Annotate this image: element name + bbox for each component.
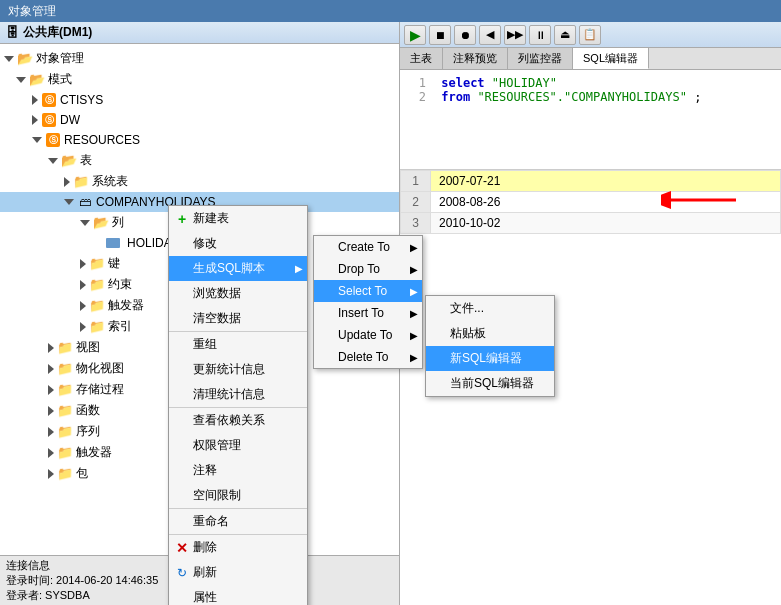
stop-btn[interactable]: ⏹ xyxy=(429,25,451,45)
refresh-icon: ↻ xyxy=(174,565,190,581)
tree-item-table[interactable]: 表 xyxy=(0,150,399,171)
plus-icon: + xyxy=(174,211,190,227)
submenu-arrow-icon: ▶ xyxy=(410,286,418,297)
key-folder-icon xyxy=(89,256,105,272)
table-row: 1 2007-07-21 xyxy=(401,171,781,192)
submenu-arrow-icon: ▶ xyxy=(410,264,418,275)
table-row: 3 2010-10-02 xyxy=(401,213,781,234)
menu-item-rename[interactable]: 重命名 xyxy=(169,509,307,534)
schema-icon-ctisys: Ⓢ xyxy=(41,92,57,108)
menu-item-space-limit[interactable]: 空间限制 xyxy=(169,483,307,508)
index2-folder-icon xyxy=(89,319,105,335)
tab-sql-editor[interactable]: SQL编辑器 xyxy=(573,48,649,69)
schema-icon-resources: Ⓢ xyxy=(45,132,61,148)
sequence-folder-icon xyxy=(57,424,73,440)
sql-line-2: 2 from "RESOURCES"."COMPANYHOLIDAYS" ; xyxy=(406,90,775,104)
menu-item-select-to[interactable]: Select To ▶ xyxy=(314,280,422,302)
menu-item-insert-to[interactable]: Insert To ▶ xyxy=(314,302,422,324)
btn4[interactable]: ◀ xyxy=(479,25,501,45)
menu-item-clear-stats[interactable]: 清理统计信息 xyxy=(169,382,307,407)
menu-item-current-sql-editor[interactable]: 当前SQL编辑器 xyxy=(426,371,554,396)
menu-item-delete-to[interactable]: Delete To ▶ xyxy=(314,346,422,368)
right-toolbar: ▶ ⏹ ⏺ ◀ ▶▶ ⏸ ⏏ 📋 xyxy=(400,22,781,48)
folder-open-icon xyxy=(17,51,33,67)
tree-item-obj-mgmt[interactable]: 对象管理 xyxy=(0,48,399,69)
title-bar: 对象管理 xyxy=(0,0,781,22)
context-menu-select-to: 文件... 粘贴板 新SQL编辑器 当前SQL编辑器 xyxy=(425,295,555,397)
tab-comment[interactable]: 注释预览 xyxy=(443,48,508,69)
menu-item-newtable[interactable]: + 新建表 xyxy=(169,206,307,231)
tab-main[interactable]: 主表 xyxy=(400,48,443,69)
col-folder-icon xyxy=(93,215,109,231)
run-btn[interactable]: ▶ xyxy=(404,25,426,45)
view-folder-icon xyxy=(57,340,73,356)
tree-item-dw[interactable]: Ⓢ DW xyxy=(0,110,399,130)
menu-item-create-to[interactable]: Create To ▶ xyxy=(314,236,422,258)
menu-item-delete[interactable]: ✕ 删除 xyxy=(169,535,307,560)
btn3[interactable]: ⏺ xyxy=(454,25,476,45)
context-menu-main: + 新建表 修改 生成SQL脚本 ▶ 浏览数据 清空数据 重组 更新统计信息 清… xyxy=(168,205,308,605)
menu-item-reorg[interactable]: 重组 xyxy=(169,332,307,357)
results-table: 1 2007-07-21 2 2008-08-26 3 2010-10-02 xyxy=(400,170,781,234)
tree-item-schema[interactable]: 模式 xyxy=(0,69,399,90)
table-icon: 🗃 xyxy=(77,194,93,210)
x-icon: ✕ xyxy=(174,540,190,556)
schema-icon-dw: Ⓢ xyxy=(41,112,57,128)
menu-item-file[interactable]: 文件... xyxy=(426,296,554,321)
menu-item-drop-to[interactable]: Drop To ▶ xyxy=(314,258,422,280)
schema-folder-icon xyxy=(29,72,45,88)
table-row: 2 2008-08-26 xyxy=(401,192,781,213)
left-panel-title: 公共库(DM1) xyxy=(23,24,92,41)
tab-monitor[interactable]: 列监控器 xyxy=(508,48,573,69)
title-text: 对象管理 xyxy=(8,3,56,20)
submenu-arrow-icon: ▶ xyxy=(410,352,418,363)
submenu-arrow-icon: ▶ xyxy=(410,242,418,253)
menu-item-update-stats[interactable]: 更新统计信息 xyxy=(169,357,307,382)
menu-item-clipboard[interactable]: 粘贴板 xyxy=(426,321,554,346)
function-folder-icon xyxy=(57,403,73,419)
db-icon: 🗄 xyxy=(6,25,19,40)
tree-item-systable[interactable]: 系统表 xyxy=(0,171,399,192)
menu-item-perm[interactable]: 权限管理 xyxy=(169,433,307,458)
submenu-arrow-icon: ▶ xyxy=(410,330,418,341)
context-menu-sql: Create To ▶ Drop To ▶ Select To ▶ Insert… xyxy=(313,235,423,369)
table-folder-icon xyxy=(61,153,77,169)
constraint-folder-icon xyxy=(89,277,105,293)
col-icon xyxy=(105,235,121,251)
tree-item-ctisys[interactable]: Ⓢ CTISYS xyxy=(0,90,399,110)
trigger2-folder-icon xyxy=(89,298,105,314)
right-tabs: 主表 注释预览 列监控器 SQL编辑器 xyxy=(400,48,781,70)
menu-item-modify[interactable]: 修改 xyxy=(169,231,307,256)
menu-item-refresh[interactable]: ↻ 刷新 xyxy=(169,560,307,585)
sql-line-1: 1 select "HOLIDAY" xyxy=(406,76,775,90)
btn5[interactable]: ▶▶ xyxy=(504,25,526,45)
submenu-arrow-icon: ▶ xyxy=(410,308,418,319)
menu-item-generate-sql[interactable]: 生成SQL脚本 ▶ xyxy=(169,256,307,281)
systable-folder-icon xyxy=(73,174,89,190)
package-folder-icon xyxy=(57,466,73,482)
btn8[interactable]: 📋 xyxy=(579,25,601,45)
sql-editor[interactable]: 1 select "HOLIDAY" 2 from "RESOURCES"."C… xyxy=(400,70,781,170)
left-panel-header: 🗄 公共库(DM1) xyxy=(0,22,399,44)
tree-item-resources[interactable]: Ⓢ RESOURCES xyxy=(0,130,399,150)
menu-item-comment[interactable]: 注释 xyxy=(169,458,307,483)
btn7[interactable]: ⏏ xyxy=(554,25,576,45)
menu-item-view-dep[interactable]: 查看依赖关系 xyxy=(169,408,307,433)
menu-item-properties[interactable]: 属性 xyxy=(169,585,307,605)
menu-item-update-to[interactable]: Update To ▶ xyxy=(314,324,422,346)
procedure-folder-icon xyxy=(57,382,73,398)
menu-item-new-sql-editor[interactable]: 新SQL编辑器 xyxy=(426,346,554,371)
menu-item-browse[interactable]: 浏览数据 xyxy=(169,281,307,306)
btn6[interactable]: ⏸ xyxy=(529,25,551,45)
trigger-folder-icon xyxy=(57,445,73,461)
submenu-arrow-icon: ▶ xyxy=(295,263,303,274)
matview-folder-icon xyxy=(57,361,73,377)
menu-item-clear-data[interactable]: 清空数据 xyxy=(169,306,307,331)
